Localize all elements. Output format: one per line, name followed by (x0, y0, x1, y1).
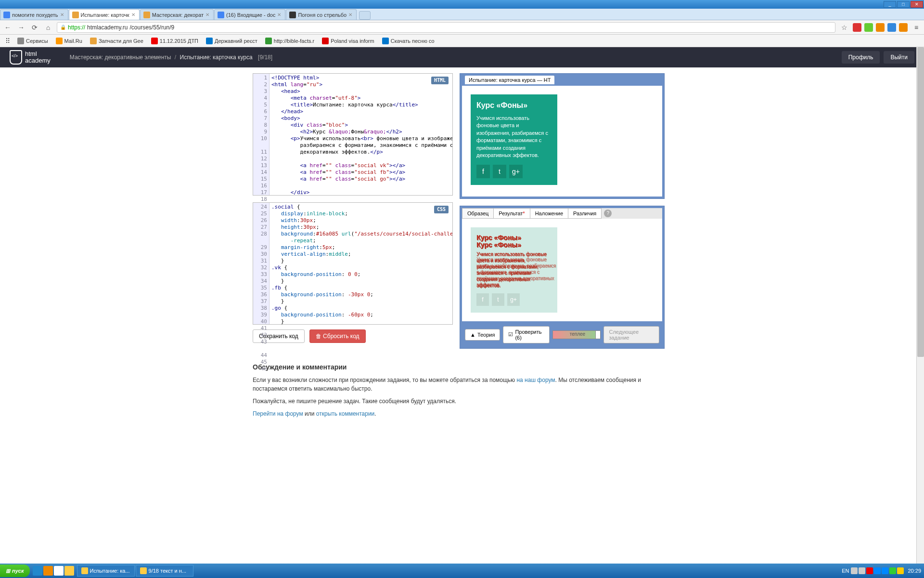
tab-close-icon[interactable]: ✕ (277, 12, 282, 17)
window-maximize-button[interactable]: □ (897, 1, 910, 8)
bookmark-label: http://bible-facts.r (274, 38, 314, 44)
address-bar-row: ← → ⟳ ⌂ 🔒 https://htmlacademy.ru/courses… (0, 20, 924, 35)
bookmark-favicon (206, 38, 213, 44)
browser-tab[interactable]: Погоня со стрельбо✕ (286, 9, 357, 20)
bookmark-item[interactable]: Mail.Ru (53, 37, 85, 45)
bookmark-item[interactable]: 11.12.2015 ДТП (148, 37, 201, 45)
bookmark-label: Запчасти для Gee (99, 38, 143, 44)
url-path: /courses/55/run/9 (130, 24, 175, 31)
home-button[interactable]: ⌂ (43, 23, 53, 32)
bookmark-item[interactable]: http://bible-facts.r (262, 37, 317, 45)
extension-icon[interactable] (899, 23, 908, 32)
bookmark-favicon (17, 38, 24, 44)
extension-icon[interactable] (876, 23, 885, 32)
url-host: htmlacademy.ru (87, 24, 128, 31)
tab-close-icon[interactable]: ✕ (60, 12, 65, 17)
tab-close-icon[interactable]: ✕ (205, 12, 210, 17)
tab-title: (16) Входящие - doc (226, 12, 275, 18)
bookmark-favicon (322, 38, 329, 44)
window-close-button[interactable]: ✕ (911, 1, 923, 8)
menu-button[interactable]: ≡ (911, 23, 921, 32)
bookmark-favicon (90, 38, 97, 44)
browser-tab[interactable]: Мастерская: декорат✕ (140, 9, 214, 20)
bookmark-favicon (151, 38, 158, 44)
tab-title: помогите похудеть (12, 12, 58, 18)
lock-icon: 🔒 (60, 25, 66, 30)
bookmark-favicon (56, 38, 63, 44)
bookmark-label: Сервисы (26, 38, 48, 44)
bookmark-label: Poland visa inform (331, 38, 374, 44)
extension-icon[interactable] (864, 23, 873, 32)
back-button[interactable]: ← (3, 23, 13, 32)
browser-tab[interactable]: Испытание: карточк✕ (69, 9, 140, 20)
bookmark-item[interactable]: Державний реєст (203, 37, 260, 45)
bookmark-label: Mail.Ru (64, 38, 82, 44)
favicon (72, 12, 79, 18)
tab-title: Испытание: карточк (81, 12, 129, 18)
url-protocol: https:// (68, 24, 85, 31)
bookmark-star-icon[interactable]: ☆ (839, 23, 849, 32)
favicon (218, 12, 224, 18)
extension-icon[interactable] (887, 23, 896, 32)
bookmark-label: Державний реєст (215, 38, 257, 44)
bookmark-favicon (265, 38, 272, 44)
forward-button[interactable]: → (16, 23, 26, 32)
extension-icon[interactable] (853, 23, 861, 32)
bookmark-label: 11.12.2015 ДТП (160, 38, 198, 44)
bookmark-item[interactable]: Сервисы (14, 37, 51, 45)
tab-close-icon[interactable]: ✕ (131, 12, 136, 17)
extension-icons (853, 23, 908, 32)
new-tab-button[interactable] (359, 11, 371, 20)
favicon (143, 12, 150, 18)
bookmarks-bar: ⠿СервисыMail.RuЗапчасти для Gee11.12.201… (0, 35, 924, 47)
reload-button[interactable]: ⟳ (30, 23, 39, 32)
bookmark-item[interactable]: Запчасти для Gee (87, 37, 146, 45)
address-bar[interactable]: 🔒 https://htmlacademy.ru/courses/55/run/… (57, 22, 835, 33)
bookmark-item[interactable]: Poland visa inform (319, 37, 377, 45)
window-titlebar: _ □ ✕ (0, 0, 924, 9)
tab-title: Мастерская: декорат (152, 12, 204, 18)
favicon (3, 12, 10, 18)
window-minimize-button[interactable]: _ (884, 1, 896, 8)
bookmark-favicon (382, 38, 389, 44)
browser-tabs: помогите похудеть✕Испытание: карточк✕Мас… (0, 9, 924, 20)
tab-title: Погоня со стрельбо (298, 12, 346, 18)
browser-tab[interactable]: (16) Входящие - doc✕ (214, 9, 285, 20)
browser-tab[interactable]: помогите похудеть✕ (0, 9, 68, 20)
bookmark-item[interactable]: Скачать песню со (379, 37, 437, 45)
tab-close-icon[interactable]: ✕ (348, 12, 353, 17)
apps-button[interactable]: ⠿ (3, 36, 13, 46)
bookmark-label: Скачать песню со (391, 38, 435, 44)
favicon (289, 12, 296, 18)
